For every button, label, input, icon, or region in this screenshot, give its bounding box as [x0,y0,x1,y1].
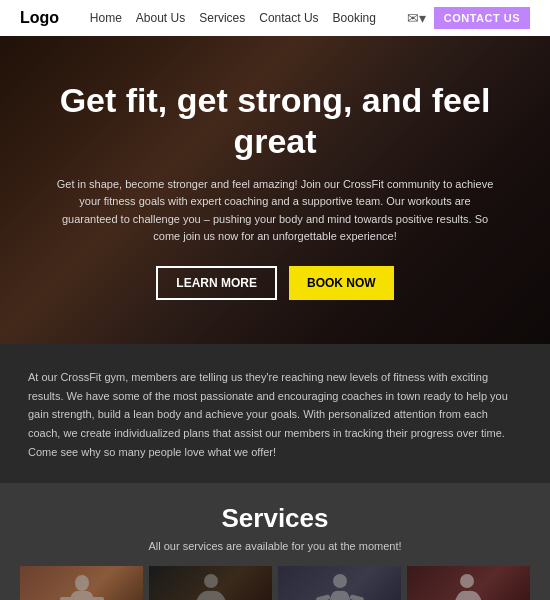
book-now-button[interactable]: BOOK NOW [289,266,394,300]
nav-about[interactable]: About Us [136,11,185,25]
nav-home[interactable]: Home [90,11,122,25]
hero-content: Get fit, get strong, and feel great Get … [0,80,550,300]
service-card-4[interactable] [407,566,530,600]
contact-us-button[interactable]: CONTACT US [434,7,530,29]
person-icon-3 [310,571,370,600]
service-card-3[interactable] [278,566,401,600]
services-section: Services All our services are available … [0,483,550,600]
hero-title: Get fit, get strong, and feel great [40,80,510,162]
about-section: At our CrossFit gym, members are telling… [0,344,550,483]
nav-links: Home About Us Services Contact Us Bookin… [90,11,376,25]
person-icon-4 [439,571,499,600]
svg-point-8 [333,574,347,588]
nav-contact[interactable]: Contact Us [259,11,318,25]
svg-point-13 [460,574,474,588]
service-card-bg-4 [407,566,530,600]
service-card-bg-2 [149,566,272,600]
navbar: Logo Home About Us Services Contact Us B… [0,0,550,36]
message-icon[interactable]: ✉︎▾ [407,10,426,26]
svg-rect-11 [315,595,330,600]
service-card-bg-1 [20,566,143,600]
svg-rect-12 [349,595,364,600]
person-icon-1 [52,571,112,600]
services-grid [20,566,530,600]
person-icon-2 [181,571,241,600]
learn-more-button[interactable]: LEARN MORE [156,266,277,300]
hero-subtitle: Get in shape, become stronger and feel a… [55,176,495,246]
svg-point-0 [75,575,89,591]
logo: Logo [20,9,59,27]
nav-booking[interactable]: Booking [333,11,376,25]
nav-services[interactable]: Services [199,11,245,25]
services-subtitle: All our services are available for you a… [20,540,530,552]
svg-point-5 [204,574,218,588]
services-title: Services [20,503,530,534]
about-text: At our CrossFit gym, members are telling… [28,368,522,461]
service-card-bg-3 [278,566,401,600]
hero-section: Get fit, get strong, and feel great Get … [0,36,550,344]
service-card-2[interactable] [149,566,272,600]
hero-buttons: LEARN MORE BOOK NOW [40,266,510,300]
service-card-1[interactable] [20,566,143,600]
nav-right: ✉︎▾ CONTACT US [407,7,530,29]
